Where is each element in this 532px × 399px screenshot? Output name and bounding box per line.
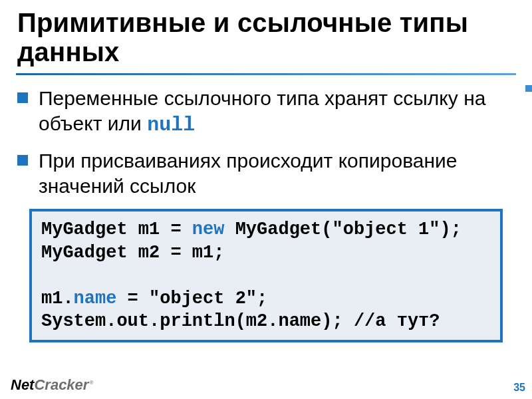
bullet-square-icon (17, 155, 28, 166)
code-line-4a: m1. (41, 289, 74, 309)
code-keyword-null: null (147, 114, 195, 136)
bullet-text-pre: Переменные ссылочного типа хранят ссылку… (39, 87, 485, 134)
slide-title: Примитивные и ссылочные типы данных (0, 0, 532, 69)
brand-logo: NetCracker® (11, 378, 93, 392)
bullet-text: Переменные ссылочного типа хранят ссылку… (39, 86, 515, 138)
code-line-4b: = "object 2"; (116, 289, 267, 309)
code-line-1b: MyGadget("object 1"); (224, 219, 461, 239)
code-keyword-new: new (192, 219, 225, 239)
brand-registered-icon: ® (89, 380, 93, 386)
brand-part2: Cracker (34, 376, 88, 393)
bullet-square-icon (17, 92, 28, 103)
page-number: 35 (513, 382, 525, 394)
decor-square-icon (525, 85, 532, 92)
code-block: MyGadget m1 = new MyGadget("object 1"); … (29, 209, 503, 342)
bullet-text: При присваиваниях происходит копирование… (39, 148, 515, 198)
code-field-name: name (74, 289, 117, 309)
code-line-5: System.out.println(m2.name); //а тут? (41, 311, 440, 331)
bullet-item: При присваиваниях происходит копирование… (17, 148, 515, 198)
slide: Примитивные и ссылочные типы данных Пере… (0, 0, 532, 399)
bullet-item: Переменные ссылочного типа хранят ссылку… (17, 86, 515, 138)
slide-body: Переменные ссылочного типа хранят ссылку… (0, 75, 532, 342)
bullet-text-pre: При присваиваниях происходит копирование… (39, 150, 457, 197)
code-line-2: MyGadget m2 = m1; (41, 243, 224, 263)
code-line-1a: MyGadget m1 = (41, 219, 192, 239)
brand-part1: Net (11, 376, 34, 393)
slide-footer: NetCracker® 35 (0, 376, 532, 395)
